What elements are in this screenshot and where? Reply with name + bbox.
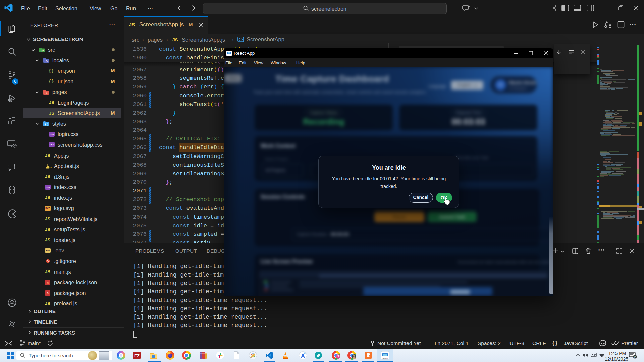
svg-text:TaskPro: TaskPro (382, 358, 388, 359)
svg-text:2: 2 (634, 355, 636, 359)
svg-text:A: A (46, 59, 48, 63)
svg-text:{ }: { } (45, 123, 48, 126)
svg-text:FZ: FZ (134, 353, 140, 358)
svg-text:‹›: ‹› (46, 91, 48, 94)
svg-text:⇄: ⇄ (41, 49, 44, 52)
svg-text:JS: JS (49, 166, 52, 169)
